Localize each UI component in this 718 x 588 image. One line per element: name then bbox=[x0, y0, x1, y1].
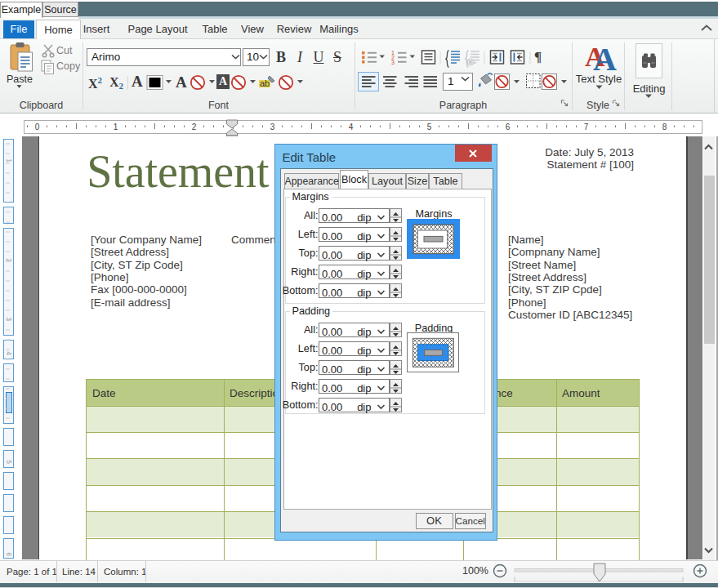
svg-text:7: 7 bbox=[584, 122, 589, 131]
svg-text:3: 3 bbox=[270, 122, 275, 131]
svg-text:5: 5 bbox=[427, 122, 432, 131]
svg-text:ab: ab bbox=[260, 78, 270, 88]
svg-text:4: 4 bbox=[349, 122, 354, 131]
svg-text:6: 6 bbox=[506, 122, 511, 131]
svg-text:1: 1 bbox=[114, 122, 118, 131]
svg-text:8: 8 bbox=[662, 122, 667, 131]
svg-text:3: 3 bbox=[391, 60, 395, 65]
svg-text:0: 0 bbox=[35, 122, 40, 131]
svg-text:2: 2 bbox=[192, 122, 197, 131]
